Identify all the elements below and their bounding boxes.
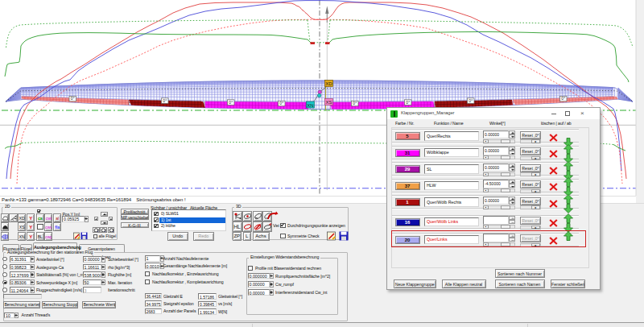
svg-text:0°: 0°	[163, 98, 167, 103]
svg-text:XS: XS	[325, 100, 332, 105]
svg-text:0°: 0°	[279, 101, 283, 106]
svg-text:0°: 0°	[229, 100, 233, 105]
svg-text:XD: XD	[325, 81, 332, 86]
svg-text:0°: 0°	[71, 96, 75, 101]
svg-text:0°: 0°	[469, 98, 473, 103]
svg-text:0°: 0°	[561, 96, 565, 101]
svg-text:0°: 0°	[353, 101, 357, 106]
svg-text:0°: 0°	[406, 100, 410, 105]
svg-text:XN: XN	[307, 103, 313, 108]
